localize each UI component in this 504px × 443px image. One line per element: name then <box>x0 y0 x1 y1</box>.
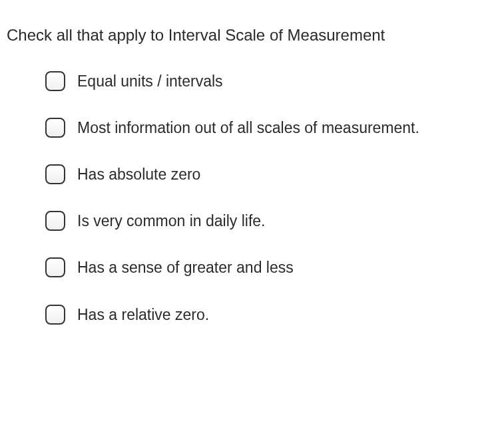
option-checkbox-1[interactable] <box>45 71 65 91</box>
options-list: Equal units / intervals Most information… <box>7 71 497 325</box>
option-item: Is very common in daily life. <box>45 210 497 231</box>
option-item: Has a relative zero. <box>45 304 497 325</box>
option-item: Equal units / intervals <box>45 71 497 92</box>
question-prompt: Check all that apply to Interval Scale o… <box>7 24 497 47</box>
option-checkbox-3[interactable] <box>45 164 65 184</box>
option-checkbox-6[interactable] <box>45 305 65 325</box>
option-checkbox-5[interactable] <box>45 257 65 277</box>
option-item: Has absolute zero <box>45 164 497 185</box>
option-label[interactable]: Is very common in daily life. <box>77 210 265 231</box>
option-label[interactable]: Has a relative zero. <box>77 304 209 325</box>
option-checkbox-2[interactable] <box>45 118 65 138</box>
option-label[interactable]: Equal units / intervals <box>77 71 223 92</box>
option-label[interactable]: Has a sense of greater and less <box>77 257 294 278</box>
option-checkbox-4[interactable] <box>45 211 65 231</box>
option-item: Has a sense of greater and less <box>45 257 497 278</box>
option-item: Most information out of all scales of me… <box>45 117 497 138</box>
option-label[interactable]: Has absolute zero <box>77 164 200 185</box>
option-label[interactable]: Most information out of all scales of me… <box>77 117 419 138</box>
